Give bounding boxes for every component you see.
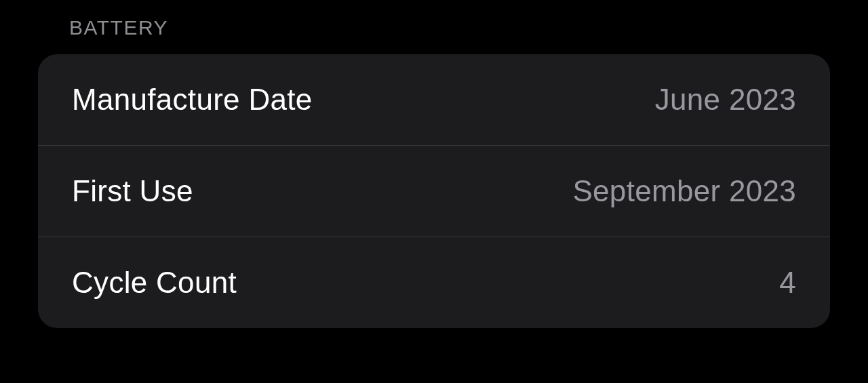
section-header: BATTERY [38, 16, 830, 39]
manufacture-date-value: June 2023 [655, 83, 796, 117]
manufacture-date-label: Manufacture Date [72, 83, 313, 117]
battery-section: BATTERY Manufacture Date June 2023 First… [0, 0, 868, 328]
manufacture-date-row[interactable]: Manufacture Date June 2023 [38, 54, 830, 146]
first-use-value: September 2023 [572, 174, 796, 208]
first-use-row[interactable]: First Use September 2023 [38, 146, 830, 237]
settings-group: Manufacture Date June 2023 First Use Sep… [38, 54, 830, 328]
first-use-label: First Use [72, 174, 193, 208]
cycle-count-value: 4 [779, 266, 796, 300]
cycle-count-label: Cycle Count [72, 266, 237, 300]
cycle-count-row[interactable]: Cycle Count 4 [38, 237, 830, 328]
